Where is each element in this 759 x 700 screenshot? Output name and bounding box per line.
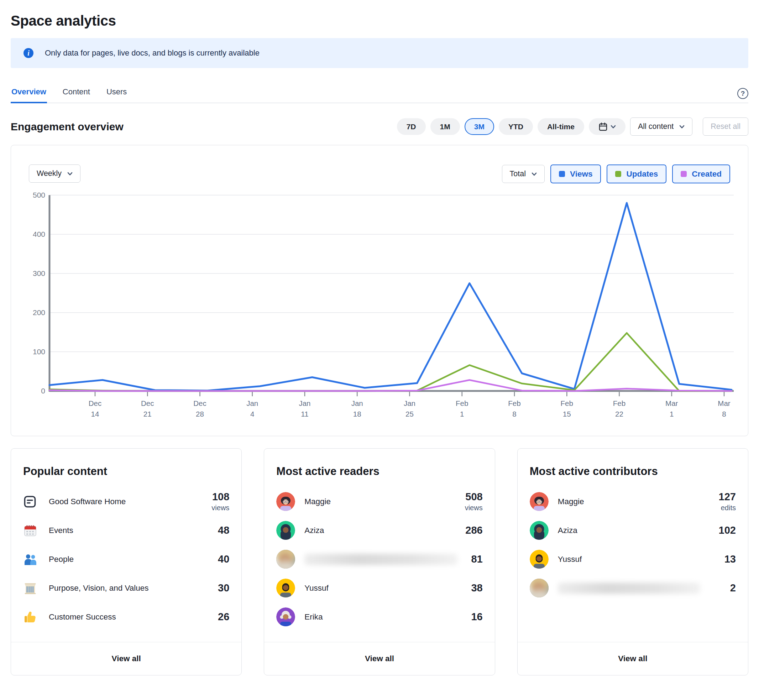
avatar — [276, 608, 295, 626]
svg-text:Dec14: Dec14 — [89, 399, 102, 418]
list-item: Maggie 508 views — [276, 487, 483, 516]
range-ytd-pill[interactable]: YTD — [499, 118, 533, 135]
filter-controls: 7D 1M 3M YTD All-time All content Reset … — [397, 117, 748, 136]
list-item: Yussuf 13 — [530, 545, 736, 573]
content-link[interactable]: Purpose, Vision, and Values — [49, 584, 149, 593]
list-item: 2 — [530, 573, 736, 602]
content-filter-dropdown[interactable]: All content — [630, 117, 692, 136]
content-link[interactable]: Good Software Home — [49, 497, 126, 506]
chevron-down-icon — [67, 172, 73, 175]
tab-users[interactable]: Users — [106, 84, 128, 103]
reader-name: Yussuf — [305, 584, 329, 593]
engagement-chart[interactable]: 0100200300400500 Dec14Dec21Dec28Jan4Jan1… — [11, 145, 748, 436]
range-1m-pill[interactable]: 1M — [430, 118, 460, 135]
tabs: Overview Content Users ? — [11, 84, 748, 103]
calendar-emoji-icon — [23, 523, 37, 538]
list-item: People 40 — [23, 545, 229, 573]
updates-swatch-icon — [615, 171, 621, 177]
content-link[interactable]: Events — [49, 526, 73, 535]
thumbs-up-emoji-icon — [23, 610, 37, 624]
list-item: Maggie 127 edits — [530, 487, 736, 516]
page-icon — [23, 495, 37, 508]
svg-text:Jan18: Jan18 — [351, 399, 363, 418]
metric-value: 127 — [719, 491, 736, 503]
svg-text:Feb22: Feb22 — [613, 399, 626, 418]
view-all-contributors[interactable]: View all — [518, 642, 748, 675]
metric-value: 26 — [218, 611, 229, 623]
chevron-down-icon — [611, 125, 616, 128]
contributor-name: Yussuf — [558, 555, 582, 564]
popular-content-card: Popular content Good Software Home 108 v… — [11, 448, 242, 675]
updates-line — [50, 333, 732, 391]
x-axis: Dec14Dec21Dec28Jan4Jan11Jan18Jan25Feb1Fe… — [50, 390, 734, 418]
list-item: Good Software Home 108 views — [23, 487, 229, 516]
metric-value: 38 — [471, 582, 483, 594]
svg-text:Mar1: Mar1 — [665, 399, 678, 418]
metric-value: 286 — [465, 525, 483, 536]
chevron-down-icon — [679, 125, 685, 128]
range-3m-pill[interactable]: 3M — [465, 118, 494, 135]
avatar — [530, 521, 548, 540]
list-item: Events 48 — [23, 516, 229, 545]
section-title: Engagement overview — [11, 121, 123, 133]
info-banner: i Only data for pages, live docs, and bl… — [11, 38, 748, 68]
list-item: Aziza 286 — [276, 516, 483, 545]
svg-text:Jan4: Jan4 — [246, 399, 258, 418]
svg-text:400: 400 — [33, 230, 45, 238]
svg-text:Feb15: Feb15 — [561, 399, 573, 418]
tab-content[interactable]: Content — [62, 84, 91, 103]
metric-value: 508 — [465, 491, 483, 503]
chart-controls: Total Views Updates Created — [502, 164, 730, 183]
metric-unit: views — [211, 504, 229, 512]
y-axis-labels: 0100200300400500 — [33, 191, 45, 395]
page-title: Space analytics — [11, 13, 748, 29]
contributor-name: Maggie — [558, 497, 584, 506]
avatar — [276, 550, 295, 569]
granularity-dropdown[interactable]: Weekly — [29, 164, 80, 183]
content-link[interactable]: People — [49, 555, 74, 564]
people-emoji-icon — [23, 552, 37, 567]
info-banner-text: Only data for pages, live docs, and blog… — [45, 48, 259, 58]
tab-overview[interactable]: Overview — [11, 84, 47, 103]
metric-value: 30 — [218, 582, 229, 594]
question-mark-icon[interactable]: ? — [737, 88, 748, 99]
views-line — [50, 203, 732, 391]
reset-all-button[interactable]: Reset all — [703, 117, 748, 136]
metric-value: 13 — [725, 553, 736, 565]
metric-value: 16 — [471, 611, 483, 623]
avatar — [276, 578, 295, 597]
engagement-chart-card: 0100200300400500 Dec14Dec21Dec28Jan4Jan1… — [11, 145, 748, 436]
most-active-contributors-card: Most active contributors — [517, 448, 748, 675]
avatar — [276, 521, 295, 540]
svg-text:100: 100 — [33, 347, 45, 356]
svg-text:500: 500 — [33, 191, 45, 199]
content-link[interactable]: Customer Success — [49, 612, 116, 622]
building-emoji-icon — [23, 581, 37, 595]
view-all-popular-content[interactable]: View all — [11, 642, 241, 675]
card-title: Most active readers — [276, 465, 483, 478]
redacted-name — [558, 583, 700, 594]
view-all-readers[interactable]: View all — [264, 642, 495, 675]
metric-value: 48 — [218, 525, 229, 536]
metric-value: 40 — [218, 553, 229, 565]
avatar — [530, 550, 548, 569]
calendar-icon — [598, 122, 608, 131]
list-item: Aziza 102 — [530, 516, 736, 545]
reader-name: Aziza — [305, 526, 324, 535]
reader-name: Erika — [305, 612, 323, 622]
metric-value: 102 — [719, 525, 736, 536]
created-swatch-icon — [681, 171, 687, 177]
range-alltime-pill[interactable]: All-time — [537, 118, 584, 135]
legend-toggle-created[interactable]: Created — [672, 164, 730, 183]
metric-dropdown[interactable]: Total — [502, 165, 545, 183]
most-active-readers-card: Most active readers M — [264, 448, 495, 675]
legend-toggle-updates[interactable]: Updates — [607, 164, 667, 183]
custom-date-range-button[interactable] — [589, 118, 626, 135]
card-title: Popular content — [23, 465, 229, 478]
list-item: Customer Success 26 — [23, 602, 229, 631]
avatar — [530, 578, 548, 597]
legend-toggle-views[interactable]: Views — [550, 164, 601, 183]
svg-text:Dec28: Dec28 — [193, 399, 206, 418]
list-item: Purpose, Vision, and Values 30 — [23, 573, 229, 602]
range-7d-pill[interactable]: 7D — [397, 118, 426, 135]
